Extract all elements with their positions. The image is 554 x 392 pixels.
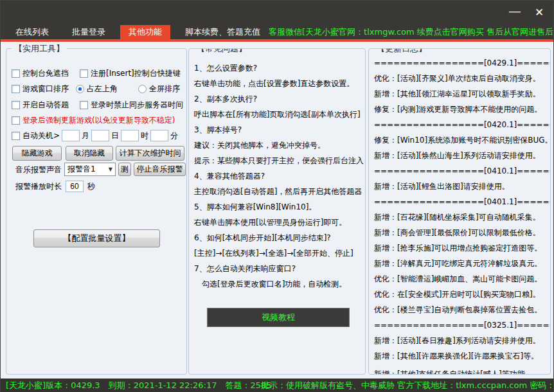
stop-alarm-button[interactable]: 停止音乐报警 [134, 163, 186, 176]
log-line: 新增：[商会管理][最低限价]可以限制最低价格。 [374, 225, 541, 240]
video-tutorial-button[interactable]: 视频教程 [207, 308, 350, 327]
log-line: =================[0429.1]===============… [374, 55, 551, 71]
tab-online-list[interactable]: 在线列表 [7, 25, 57, 39]
title-bar: — ✕ [1, 1, 553, 25]
row-window-sort: 游戏窗口排序 [12, 84, 69, 94]
checkbox-console-overlay-label: 控制台免遮挡 [22, 68, 69, 79]
faq-line: [主控]→[在线列表]→[全选]→[全部开始、停止] [194, 245, 353, 261]
status-warning-text: 提示：使用破解版有盗号、中毒威胁 官方下载地址：tlxm.cccpan.com … [261, 379, 554, 392]
checkbox-window-sort-label: 游戏窗口排序 [22, 84, 69, 94]
checkbox-auto-shutdown-label: 自动关机> [22, 130, 60, 141]
log-line: =================[0401.1]===============… [374, 194, 551, 209]
radio-top-left-corner-label: 占左上角 [87, 84, 118, 94]
checkbox-insert-hotkey-label: 注册[Insert]控制台快捷键 [91, 68, 181, 79]
log-line: =================[0325.1]===============… [374, 317, 551, 333]
log-line: 修复：[Win10]系统添加账号时不能识别密保BUG。 [374, 132, 551, 148]
faq-line: 建议：关闭其他脚本，避免冲突掉号。 [194, 138, 325, 153]
main-content: 【实用工具】 控制台免遮挡 注册[Insert]控制台快捷键 游戏窗口排序 占左… [1, 42, 553, 379]
log-line: 优化：[智能漕运]峨嵋加血、嵩山可能卡图问题。 [374, 271, 542, 287]
alarm-duration-label: 报警播放时长 [15, 181, 62, 192]
tab-batch-login[interactable]: 批量登录 [64, 25, 114, 39]
log-line: 新增：[淬解真元]可吃绑定真元符淬解垃圾真元。 [374, 256, 542, 271]
faq-panel: 【常见问题】 1、怎么设置参数? 右键单击功能，点击[设置参数]直达参数设置。 … [188, 48, 366, 375]
seconds-unit-label: 秒 [87, 181, 95, 192]
faq-line: 7、怎么自动关闭未响应窗口? [194, 261, 296, 276]
tab-renewal[interactable]: 脚本续费、答题充值 [177, 25, 269, 39]
checkbox-no-time-sync[interactable] [80, 101, 88, 109]
tab-bar: 在线列表 批量登录 其他功能 脚本续费、答题充值 客服微信[天龙小蜜官网：tlx… [1, 25, 553, 39]
batch-config-button[interactable]: 【配置批量设置】 [33, 229, 160, 247]
minimize-icon[interactable]: — [506, 4, 524, 20]
hide-game-button[interactable]: 隐藏游戏 [12, 146, 62, 161]
faq-line: 1、怎么设置参数? [194, 60, 257, 76]
log-line: 新增：[其他][领江湖幸运星]可以领取新手奖励。 [374, 86, 541, 102]
row-auto-shutdown: 自动关机> 月 日 时 分 [12, 130, 178, 141]
radio-top-left-corner[interactable] [76, 85, 84, 93]
log-line: 新增：[活动][春日雅趣]系列活动请安排并使用。 [374, 333, 541, 348]
tools-panel-title: 【实用工具】 [12, 43, 67, 55]
test-sound-button[interactable]: 测 [118, 163, 131, 176]
row-radio-fullscreen: 全屏排序 [138, 84, 180, 94]
radio-fullscreen-sort[interactable] [138, 85, 147, 93]
minute-unit-label: 分 [170, 130, 178, 141]
checkbox-no-time-sync-label: 登录时禁止同步服务器时间 [91, 100, 183, 111]
radio-fullscreen-sort-label: 全屏排序 [149, 84, 180, 94]
faq-line: 4、兼容其他答题器? [194, 168, 265, 184]
faq-panel-title: 【常见问题】 [194, 48, 249, 55]
faq-line: 右键单击脚本使用[以管理员身份运行]即可。 [194, 215, 346, 230]
log-line: 优化：[活动][齐聚义]单次结束后自动取消变身。 [374, 71, 541, 86]
log-line: 新增：[其他][许愿果换强化][许愿果换宝石]等。 [374, 348, 539, 364]
app-window: — ✕ 在线列表 批量登录 其他功能 脚本续费、答题充值 客服微信[天龙小蜜官网… [0, 0, 554, 392]
chevron-down-icon: ▼ [106, 166, 115, 172]
service-notice-text: 客服微信[天龙小蜜官网：tlxmgw.com 续费点击官网购买 售后从官网进售后… [269, 25, 553, 39]
faq-line: 右键单击功能，点击[设置参数]直达参数设置。 [194, 76, 354, 91]
shutdown-minute-input[interactable] [150, 130, 168, 141]
checkbox-force-update-label: 登录后强制更新游戏(以免没更新导致不稳定) [22, 115, 175, 126]
alarm-sound-label: 音乐报警声音 [15, 165, 62, 175]
checkbox-force-update[interactable] [12, 116, 20, 125]
alarm-sound-value: 报警音1 [67, 164, 96, 175]
tools-panel: 【实用工具】 控制台免遮挡 注册[Insert]控制台快捷键 游戏窗口排序 占左… [6, 48, 187, 375]
log-line: =================[0410.1]===============… [374, 163, 551, 179]
row-hotkey: 注册[Insert]控制台快捷键 [80, 68, 181, 79]
shutdown-month-input[interactable] [62, 130, 80, 141]
log-line: 优化：[楼兰寻宝]自动判断包裹掉落位置去捡包。 [374, 302, 542, 317]
checkbox-auto-answer[interactable] [12, 101, 20, 109]
log-line: 新增：[百花缘][随机坐标采集]可自动随机采集。 [374, 209, 541, 225]
log-line: 新增：[活动][鲤鱼出洛图]请安排使用。 [374, 179, 510, 194]
calc-maintenance-button[interactable]: 计算下次维护时间 [116, 146, 184, 161]
day-unit-label: 日 [111, 130, 119, 141]
checkbox-auto-shutdown[interactable] [12, 132, 20, 140]
unhide-game-button[interactable]: 取消隐藏 [66, 146, 113, 161]
row-radio-topleft: 占左上角 [76, 84, 118, 94]
log-line: 新增：[其他]支线任务自动统计[喊人]等功能。 [374, 366, 533, 375]
log-line: =================[0420.1]===============… [374, 117, 551, 132]
row-auto-answer: 开启自动答题 [12, 100, 69, 111]
checkbox-window-sort[interactable] [12, 85, 20, 93]
row-console: 控制台免遮挡 [12, 68, 69, 79]
faq-line: 6、如何[本机同步开始][本机同步结束]? [194, 230, 331, 245]
alarm-sound-select[interactable]: 报警音1 ▼ [64, 163, 116, 176]
checkbox-console-overlay[interactable] [12, 69, 20, 78]
faq-line: 勾选[登录后更改窗口名]功能，自动检测。 [194, 276, 346, 292]
row-alarm-duration: 报警播放时长 秒 [15, 181, 95, 192]
alarm-duration-input[interactable] [66, 181, 84, 192]
month-unit-label: 月 [82, 130, 89, 141]
checkbox-insert-hotkey[interactable] [80, 69, 88, 78]
faq-line: 主控取消勾选[自动答题]，然后再开启其他答题器 [194, 184, 362, 199]
faq-line: 呼出脚本在[所有功能]页取消勾选[副本单次执行] [194, 107, 361, 122]
status-version-text: [天龙小蜜]版本：0429.3 到期：2021-1-12 22:26:17 答题… [6, 379, 272, 392]
log-line: 优化：在[安全模式]开启时可以[购买宠物口粮]。 [374, 287, 541, 302]
row-no-sync: 登录时禁止同步服务器时间 [80, 100, 183, 111]
faq-line: 3、脚本掉号? [194, 122, 242, 138]
log-line: 新增：[活动][焕然山海生]系列活动请安排使用。 [374, 148, 541, 163]
shutdown-hour-input[interactable] [121, 130, 139, 141]
faq-line: 2、副本多次执行? [194, 91, 257, 107]
close-icon[interactable]: ✕ [530, 4, 548, 20]
row-alarm-sound: 音乐报警声音 [15, 165, 62, 175]
status-bar: [天龙小蜜]版本：0429.3 到期：2021-1-12 22:26:17 答题… [1, 379, 553, 392]
tab-other-functions[interactable]: 其他功能 [120, 25, 170, 39]
update-log-panel: 【更新日志】 =================[0429.1]========… [368, 48, 551, 375]
shutdown-day-input[interactable] [91, 130, 109, 141]
hour-unit-label: 时 [141, 130, 148, 141]
